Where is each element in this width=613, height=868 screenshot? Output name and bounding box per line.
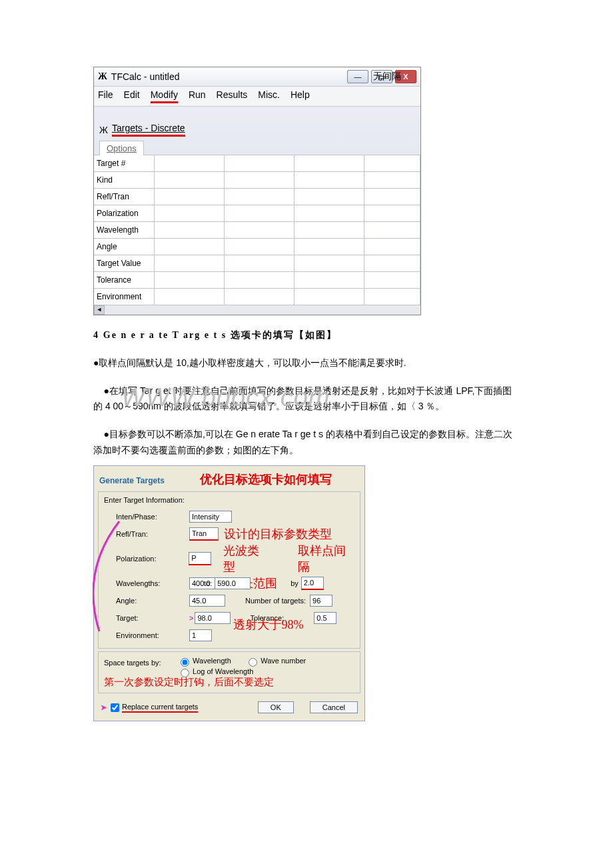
menu-misc[interactable]: Misc. <box>258 89 280 103</box>
watermark: WWW.bdocx.com <box>121 376 330 419</box>
arrow-icon: ➤ <box>101 703 107 712</box>
window-title: TFCalc - untitled <box>111 71 180 82</box>
inten-phase-input[interactable]: Intensity <box>189 511 232 523</box>
wavelength-to-input[interactable]: 590.0 <box>215 577 251 589</box>
group-label: Enter Target Information: <box>101 496 357 508</box>
scroll-left-icon[interactable]: ◄ <box>94 305 105 315</box>
target-input[interactable]: 98.0 <box>195 612 231 624</box>
minimize-button[interactable]: — <box>347 70 368 83</box>
row-label: Target # <box>94 155 155 171</box>
row-label: Target Value <box>94 255 155 271</box>
radio-wavelength-label: Wavelength <box>193 657 231 665</box>
window-titlebar: Ж TFCalc - untitled — ▭ X <box>94 67 420 86</box>
row-label: Tolerance <box>94 272 155 288</box>
side-note: 无间隔 <box>373 71 401 83</box>
arrow-icon: > <box>189 614 193 622</box>
options-tab[interactable]: Options <box>99 141 144 155</box>
dialog-title: Generate Targets <box>99 476 165 485</box>
tolerance-input[interactable]: 0.5 <box>314 612 336 624</box>
annotation: 设计的目标参数类型 <box>224 526 332 542</box>
ok-button[interactable]: OK <box>258 701 294 713</box>
menubar: File Edit Modify Run Results Misc. Help <box>94 86 420 107</box>
num-targets-label: Number of targets: <box>245 597 306 605</box>
refl-tran-label: Refl/Tran: <box>101 530 189 538</box>
angle-label: Angle: <box>101 597 189 605</box>
row-label: Environment <box>94 289 155 305</box>
child-titlebar: Ж Targets - Discrete <box>94 119 420 137</box>
inten-phase-label: Inten/Phase: <box>101 513 189 521</box>
generate-targets-dialog: Generate Targets 优化目标选项卡如何填写 Enter Targe… <box>93 465 365 721</box>
paragraph: ●目标参数可以不断添加,可以在 Ge n erate Ta r ge t s 的… <box>93 427 520 459</box>
by-label: by <box>291 579 299 587</box>
radio-wavenumber-label: Wave number <box>261 657 306 665</box>
environment-label: Environment: <box>101 631 189 639</box>
radio-wavenumber[interactable] <box>249 658 257 667</box>
menu-edit[interactable]: Edit <box>124 89 140 103</box>
to-label: to: <box>204 579 212 587</box>
refl-tran-input[interactable]: Tran <box>189 527 219 541</box>
menu-run[interactable]: Run <box>189 89 206 103</box>
child-title: Targets - Discrete <box>112 123 185 137</box>
replace-targets-label: Replace current targets <box>122 703 198 713</box>
horizontal-scrollbar[interactable]: ◄ <box>94 305 420 315</box>
target-info-group: Enter Target Information: Inten/Phase: I… <box>98 491 360 649</box>
wavelengths-label: Wavelengths: <box>101 579 189 587</box>
num-targets-input[interactable]: 96 <box>310 595 332 607</box>
wavelength-step-input[interactable]: 2.0 <box>301 577 324 590</box>
environment-input[interactable]: 1 <box>189 629 212 641</box>
paragraph: ●在填写 Tar g et 时要注意自己前面填写的参数目标是透射还是反射，比如对… <box>93 383 520 415</box>
menu-modify[interactable]: Modify <box>151 89 178 103</box>
target-label: Target: <box>101 614 189 622</box>
annotation: 优化目标选项卡如何填写 <box>200 473 332 486</box>
annotation: 透射大于98% <box>233 617 303 633</box>
menu-help[interactable]: Help <box>291 89 310 103</box>
row-label: Kind <box>94 172 155 188</box>
paragraph: ●取样点间隔默认是 10,越小取样密度越大，可以取小一点当不能满足要求时. <box>93 355 520 371</box>
space-targets-label: Space targets by: <box>104 656 177 667</box>
row-label: Polarization <box>94 205 155 221</box>
row-label: Angle <box>94 239 155 255</box>
row-label: Refl/Tran <box>94 189 155 205</box>
polarization-label: Polarization: <box>101 555 189 563</box>
section-heading: 4 Ge n e r a te T arg e t s 选项卡的填写【如图】 <box>93 327 520 343</box>
app-icon: Ж <box>98 71 107 82</box>
row-label: Wavelength <box>94 222 155 238</box>
space-targets-group: Space targets by: Wavelength Wave number… <box>98 651 360 693</box>
menu-file[interactable]: File <box>98 89 113 103</box>
replace-targets-checkbox[interactable] <box>111 703 119 712</box>
targets-table: Target # Kind Refl/Tran Polarization Wav… <box>94 155 420 305</box>
polarization-input[interactable]: P <box>189 552 211 565</box>
app-icon: Ж <box>99 125 108 135</box>
cancel-button[interactable]: Cancel <box>310 701 358 713</box>
radio-wavelength[interactable] <box>181 658 189 667</box>
tfcalc-window: Ж TFCalc - untitled — ▭ X File Edit Modi… <box>93 67 421 315</box>
angle-input[interactable]: 45.0 <box>189 595 225 607</box>
annotation: 光波类型 <box>223 543 271 575</box>
annotation: 第一次参数设定时打钩，后面不要选定 <box>104 676 354 689</box>
radio-log-label: Log of Wavelength <box>193 667 253 675</box>
menu-results[interactable]: Results <box>217 89 248 103</box>
annotation: 取样点间隔 <box>298 543 357 575</box>
